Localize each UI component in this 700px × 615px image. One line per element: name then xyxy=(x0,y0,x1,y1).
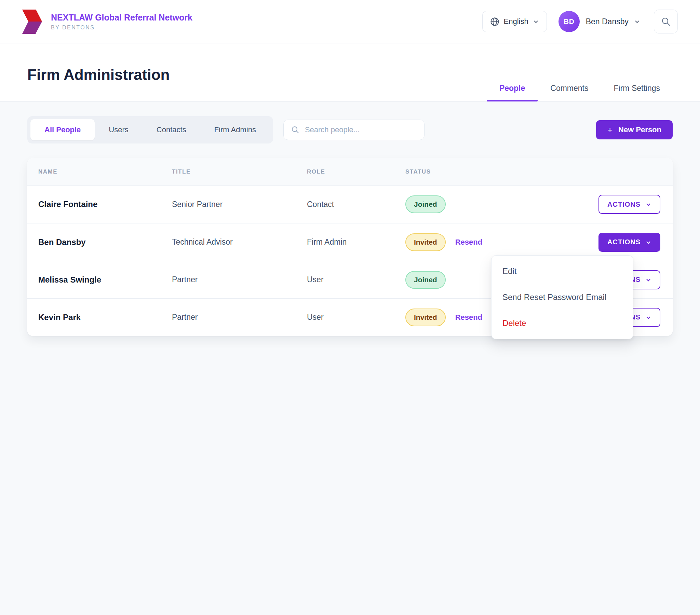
search-input[interactable] xyxy=(305,125,417,134)
person-role: User xyxy=(307,275,405,284)
people-search[interactable] xyxy=(283,120,425,140)
resend-link[interactable]: Resend xyxy=(455,313,482,322)
user-name: Ben Dansby xyxy=(586,17,628,26)
column-header-name: NAME xyxy=(38,168,172,175)
globe-icon xyxy=(490,17,499,26)
new-person-label: New Person xyxy=(618,125,661,134)
actions-button[interactable]: ACTIONS xyxy=(599,195,660,214)
person-title: Partner xyxy=(172,313,307,322)
filter-pill[interactable]: All People xyxy=(30,119,95,140)
page-tabs: PeopleCommentsFirm Settings xyxy=(487,84,673,101)
plus-icon: + xyxy=(608,125,612,134)
new-person-button[interactable]: + New Person xyxy=(596,120,673,139)
column-header-title: TITLE xyxy=(172,168,307,175)
status-badge: Invited xyxy=(405,233,446,251)
person-status-cell: Invited Resend xyxy=(405,233,592,251)
column-header-status: STATUS xyxy=(405,168,592,175)
column-header-role: ROLE xyxy=(307,168,405,175)
global-search-button[interactable] xyxy=(654,10,678,34)
avatar[interactable]: BD xyxy=(559,11,580,32)
top-bar: NEXTLAW Global Referral Network BY DENTO… xyxy=(0,0,700,43)
status-badge: Invited xyxy=(405,309,446,326)
person-name: Claire Fontaine xyxy=(38,200,172,209)
chevron-down-icon xyxy=(645,277,651,283)
content-area: All PeopleUsersContactsFirm Admins + New… xyxy=(0,101,700,336)
page-tab[interactable]: Firm Settings xyxy=(601,84,673,101)
person-title: Senior Partner xyxy=(172,200,307,209)
filter-pill[interactable]: Contacts xyxy=(142,119,200,140)
person-role: Firm Admin xyxy=(307,237,405,247)
person-status-cell: Joined xyxy=(405,196,592,213)
chevron-down-icon xyxy=(645,201,651,208)
chevron-down-icon xyxy=(533,18,539,25)
person-title: Partner xyxy=(172,275,307,284)
people-filter-group: All PeopleUsersContactsFirm Admins xyxy=(27,116,273,143)
menu-item[interactable]: Send Reset Password Email xyxy=(491,284,633,310)
page-tab[interactable]: People xyxy=(487,84,538,101)
status-badge: Joined xyxy=(405,196,446,213)
person-actions-cell: ACTIONS xyxy=(599,195,660,214)
language-selector[interactable]: English xyxy=(482,11,547,32)
menu-item[interactable]: Delete xyxy=(491,310,633,336)
toolbar: All PeopleUsersContactsFirm Admins + New… xyxy=(27,116,673,143)
person-title: Technical Advisor xyxy=(172,237,307,247)
chevron-down-icon[interactable] xyxy=(634,18,640,25)
language-label: English xyxy=(504,17,528,26)
brand-subtitle: BY DENTONS xyxy=(51,25,192,31)
table-header-row: NAME TITLE ROLE STATUS xyxy=(27,158,673,186)
topbar-right: English BD Ben Dansby xyxy=(482,10,678,34)
table-row: Claire Fontaine Senior Partner Contact J… xyxy=(27,186,673,223)
person-role: User xyxy=(307,313,405,322)
chevron-down-icon xyxy=(645,239,651,245)
page-tab[interactable]: Comments xyxy=(538,84,601,101)
actions-button[interactable]: ACTIONS xyxy=(599,233,660,252)
person-role: Contact xyxy=(307,200,405,209)
nextlaw-logo-icon xyxy=(22,10,42,34)
brand-title: NEXTLAW Global Referral Network xyxy=(51,13,192,23)
actions-dropdown-menu: EditSend Reset Password EmailDelete xyxy=(491,255,633,339)
page-title: Firm Administration xyxy=(27,67,170,82)
page-header: Firm Administration PeopleCommentsFirm S… xyxy=(0,43,700,101)
actions-button-label: ACTIONS xyxy=(608,201,640,209)
menu-item[interactable]: Edit xyxy=(491,258,633,284)
person-name: Kevin Park xyxy=(38,313,172,322)
brand-block: NEXTLAW Global Referral Network BY DENTO… xyxy=(51,13,192,31)
filter-pill[interactable]: Firm Admins xyxy=(200,119,270,140)
status-badge: Joined xyxy=(405,271,446,289)
actions-button-label: ACTIONS xyxy=(608,238,640,246)
person-actions-cell: ACTIONS xyxy=(599,233,660,252)
person-name: Ben Dansby xyxy=(38,237,172,247)
search-icon xyxy=(291,126,299,134)
search-icon xyxy=(661,17,671,26)
filter-pill[interactable]: Users xyxy=(95,119,142,140)
person-name: Melissa Swingle xyxy=(38,275,172,285)
resend-link[interactable]: Resend xyxy=(455,238,482,247)
chevron-down-icon xyxy=(645,314,651,321)
